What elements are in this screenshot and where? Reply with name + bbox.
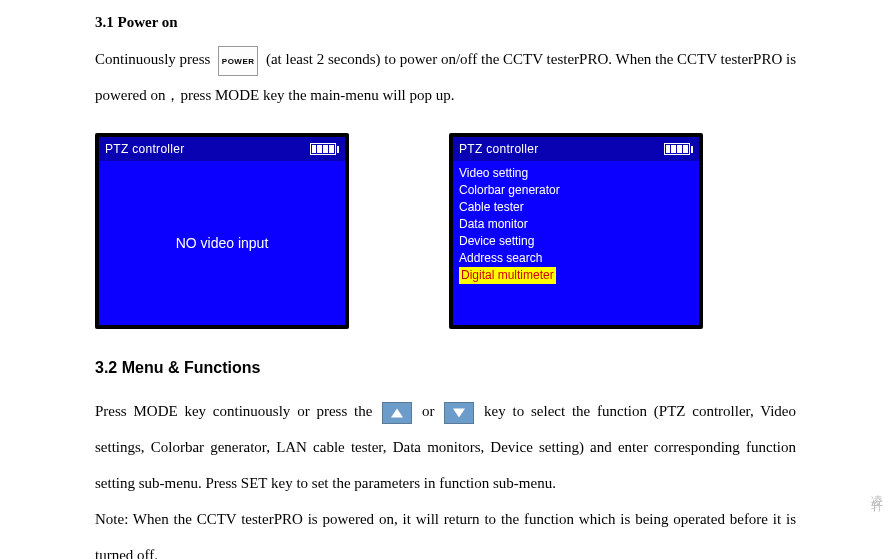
screenshots-row: PTZ controller NO video input PTZ contro… xyxy=(95,133,796,329)
battery-icon xyxy=(310,143,340,155)
side-watermark: 凌 轩 xyxy=(868,485,885,491)
lcd1-message: NO video input xyxy=(176,235,269,251)
heading-3-1: 3.1 Power on xyxy=(95,14,796,31)
down-arrow-key-icon xyxy=(444,402,474,424)
lcd-screen-left: PTZ controller NO video input xyxy=(95,133,349,329)
paragraph-power-on: Continuously press POWER (at least 2 sec… xyxy=(95,41,796,113)
menu-item: Video setting xyxy=(459,165,699,182)
lcd1-body: NO video input xyxy=(99,161,345,325)
battery-icon xyxy=(664,143,694,155)
power-key-icon: POWER xyxy=(218,46,258,76)
text-p1a: Continuously press xyxy=(95,51,214,67)
lcd2-menu: Video setting Colorbar generator Cable t… xyxy=(453,161,699,325)
heading-3-2: 3.2 Menu & Functions xyxy=(95,359,796,377)
menu-item: Address search xyxy=(459,250,699,267)
lcd-screen-right: PTZ controller Video setting Colorbar ge… xyxy=(449,133,703,329)
menu-item-selected: Digital multimeter xyxy=(459,267,556,284)
text-p2a: Press MODE key continuously or press the xyxy=(95,403,379,419)
text-or: or xyxy=(422,403,441,419)
paragraph-menu: Press MODE key continuously or press the… xyxy=(95,393,796,501)
lcd1-topbar: PTZ controller xyxy=(99,137,345,161)
menu-item: Colorbar generator xyxy=(459,182,699,199)
menu-item: Device setting xyxy=(459,233,699,250)
lcd2-topbar: PTZ controller xyxy=(453,137,699,161)
menu-item: Data monitor xyxy=(459,216,699,233)
up-arrow-key-icon xyxy=(382,402,412,424)
lcd2-title: PTZ controller xyxy=(459,142,539,156)
menu-item: Cable tester xyxy=(459,199,699,216)
lcd1-title: PTZ controller xyxy=(105,142,185,156)
paragraph-note: Note: When the CCTV testerPRO is powered… xyxy=(95,501,796,559)
